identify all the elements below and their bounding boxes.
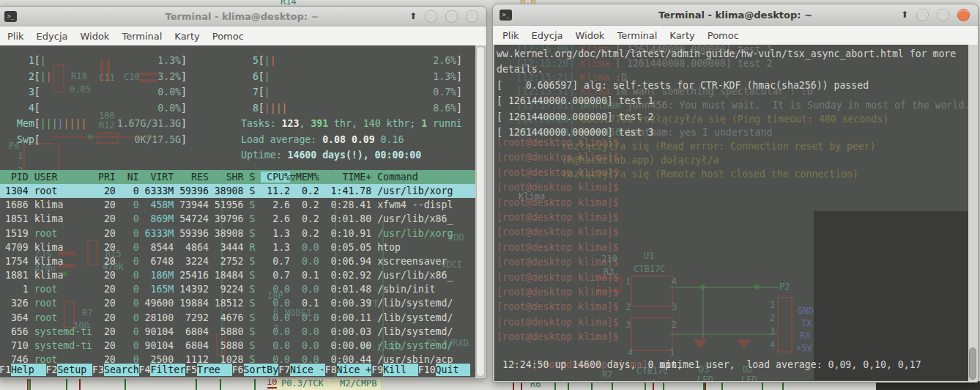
fkey-action-search[interactable]: Search xyxy=(104,364,139,376)
ghost-irc-line: rozłączył/a się (Remote host closed the … xyxy=(562,167,858,181)
fkey-action-tree[interactable]: Tree xyxy=(197,364,232,376)
fkey-f8[interactable]: F8 xyxy=(325,364,337,376)
maximize-button[interactable] xyxy=(937,9,949,21)
fkey-f2[interactable]: F2 xyxy=(46,364,58,376)
menu-item-edycja[interactable]: Edycja xyxy=(532,30,563,41)
fkey-f9[interactable]: F9 xyxy=(371,364,383,376)
cpu-meter-3: 3[0.0%] xyxy=(17,84,187,100)
cpu-meter-8: 8[||||8.6%] xyxy=(241,100,462,116)
cpu-meter-2: 2[||3.2%] xyxy=(17,69,187,84)
menu-item-karty[interactable]: Karty xyxy=(669,30,694,41)
fkey-f10[interactable]: F10 xyxy=(418,364,436,376)
fkey-f1[interactable]: F1 xyxy=(0,364,11,376)
fkey-action-quit[interactable]: Quit xyxy=(436,364,471,376)
minimize-button[interactable] xyxy=(425,10,437,23)
fkey-f4[interactable]: F4 xyxy=(139,364,151,376)
process-row[interactable]: 656 systemd-ti 20 0 90104 6804 5880 S 0.… xyxy=(0,325,475,339)
process-row[interactable]: 1881 klima 20 0 186M 25416 18484 S 0.7 0… xyxy=(0,268,475,282)
tasks-summary: Tasks: 123, 391 thr, 140 kthr; 1 runni xyxy=(241,116,462,131)
function-key-bar: F1Help F2Setup F3SearchF4FilterF5Tree F6… xyxy=(0,364,475,376)
keep-above-icon[interactable]: ⬆ xyxy=(409,11,417,21)
schematic-label: P0.3/TCK xyxy=(281,379,324,389)
scrollbar[interactable] xyxy=(475,45,486,378)
htop-terminal-content: R180.05C11C10100R12P412C15470uR15470KR?1… xyxy=(0,45,475,378)
titlebar[interactable]: >_ Terminal - klima@desktop: ~ ⬆ xyxy=(493,4,978,26)
menu-item-widok[interactable]: Widok xyxy=(80,31,109,42)
fkey-action-nice[interactable]: Nice - xyxy=(290,364,325,376)
ghost-irc-line: rozłączył/a się (Read error: Connection … xyxy=(562,139,876,153)
load-average: Load average: 0.08 0.09 0.16 xyxy=(241,132,404,147)
terminal-window-console: >_ Terminal - klima@desktop: ~ ⬆ PlikEdy… xyxy=(492,4,979,383)
menu-item-widok[interactable]: Widok xyxy=(575,30,604,41)
swap-meter: Swp[0K/17.5G] xyxy=(17,132,187,147)
process-row[interactable]: 326 root 20 0 49600 19884 18512 S 0.0 0.… xyxy=(0,296,475,310)
fkey-action-sortby[interactable]: SortBy xyxy=(244,364,279,376)
fkey-action-nice[interactable]: Nice + xyxy=(337,364,372,376)
close-button[interactable] xyxy=(466,10,478,23)
desktop: { "left_window": { "title": "Terminal - … xyxy=(0,0,980,390)
menu-item-plik[interactable]: Plik xyxy=(502,30,519,41)
memory-meter: Mem[||||||||1.67G/31.3G] xyxy=(17,116,187,131)
menu-item-karty[interactable]: Karty xyxy=(174,31,199,42)
process-row[interactable]: 1519 root 20 0 6333M 59396 38908 S 1.3 0… xyxy=(0,227,475,240)
terminal-app-icon: >_ xyxy=(4,11,17,22)
process-row[interactable]: 1 root 20 0 165M 14392 9224 S 0.0 0.0 0:… xyxy=(0,282,475,296)
console-terminal-content[interactable]: Klima210R3U1CTB17CP2142332411234GNDTXRX+… xyxy=(494,45,968,381)
fkey-f7[interactable]: F7 xyxy=(278,364,290,376)
titlebar[interactable]: >_ Terminal - klima@desktop: ~ ⬆ xyxy=(0,7,486,26)
minimize-button[interactable] xyxy=(916,9,929,21)
menu-bar: PlikEdycjaWidokTerminalKartyPomoc xyxy=(0,26,486,46)
fkey-f3[interactable]: F3 xyxy=(92,364,104,376)
process-row[interactable]: 710 systemd-ti 20 0 90104 6804 5880 S 0.… xyxy=(0,339,475,353)
fkey-f5[interactable]: F5 xyxy=(185,364,197,376)
process-row[interactable]: 1686 klima 20 0 458M 73944 51956 S 2.6 0… xyxy=(0,198,475,212)
maximize-button[interactable] xyxy=(445,10,458,23)
menu-item-terminal[interactable]: Terminal xyxy=(617,30,657,41)
current-prompt-line[interactable]: [root@desktop klima]$ xyxy=(497,370,666,381)
cpu-meter-1: 1[|1.3%] xyxy=(17,53,187,68)
menu-item-edycja[interactable]: Edycja xyxy=(37,31,68,42)
cpu-meter-4: 4[0.0%] xyxy=(17,100,187,116)
scrollbar-handle[interactable] xyxy=(969,347,976,380)
menu-bar: PlikEdycjaWidokTerminalKartyPomoc xyxy=(493,26,978,45)
cpu-meter-7: 7[|0.7%] xyxy=(241,84,462,100)
fkey-action-setup[interactable]: Setup xyxy=(57,364,92,376)
cpu-meter-5: 5[||2.6%] xyxy=(241,53,462,68)
uptime-summary: Uptime: 14600 days(!), 00:00:00 xyxy=(241,147,421,163)
scrollbar[interactable] xyxy=(968,45,977,381)
menu-item-plik[interactable]: Plik xyxy=(7,31,24,42)
schematic-shape-RH xyxy=(267,387,277,389)
uptime-command-line: [root@desktop klima]$ uptime xyxy=(497,342,694,357)
fkey-f6[interactable]: F6 xyxy=(232,364,244,376)
close-button[interactable] xyxy=(957,9,970,21)
schematic-label: M2/CMPB xyxy=(340,379,377,389)
process-row[interactable]: 4709 klima 20 0 8544 4864 3444 R 1.3 0.0… xyxy=(0,240,475,254)
process-row[interactable]: 1851 klima 20 0 869M 54724 39796 S 2.6 0… xyxy=(0,212,475,226)
htop-ui-layer: 1[|1.3%] 2[||3.2%] 3[0.0%] 4[0.0%] 5[||2… xyxy=(0,45,475,378)
process-row[interactable]: 1754 klima 20 0 6748 3224 2752 S 0.7 0.0… xyxy=(0,254,475,268)
terminal-window-htop: >_ Terminal - klima@desktop: ~ ⬆ PlikEdy… xyxy=(0,6,487,379)
fkey-action-help[interactable]: Help xyxy=(11,364,46,376)
menu-item-pomoc[interactable]: Pomoc xyxy=(708,30,739,41)
scrollbar-handle[interactable] xyxy=(476,46,485,377)
menu-item-pomoc[interactable]: Pomoc xyxy=(212,31,244,42)
process-table-header[interactable]: PID USER PRI NI VIRT RES SHR S CPU%▽MEM%… xyxy=(0,170,475,184)
terminal-app-icon: >_ xyxy=(500,10,512,21)
keep-above-icon[interactable]: ⬆ xyxy=(901,10,908,20)
process-row[interactable]: 364 root 20 0 28100 7292 4676 S 0.0 0.0 … xyxy=(0,311,475,325)
console-output: ww.kernel.org/doc/html/latest/admin-guid… xyxy=(497,46,956,140)
menu-item-terminal[interactable]: Terminal xyxy=(122,31,162,42)
process-row[interactable]: 1304 root 20 0 6333M 59396 38908 S 11.2 … xyxy=(0,184,475,198)
fkey-action-filter[interactable]: Filter xyxy=(150,364,185,376)
cpu-meter-6: 6[|1.3%] xyxy=(241,69,462,84)
fkey-action-kill[interactable]: Kill xyxy=(383,364,418,376)
ghost-irc-line: (h@hackclub.app) dołączył/a xyxy=(562,153,719,167)
